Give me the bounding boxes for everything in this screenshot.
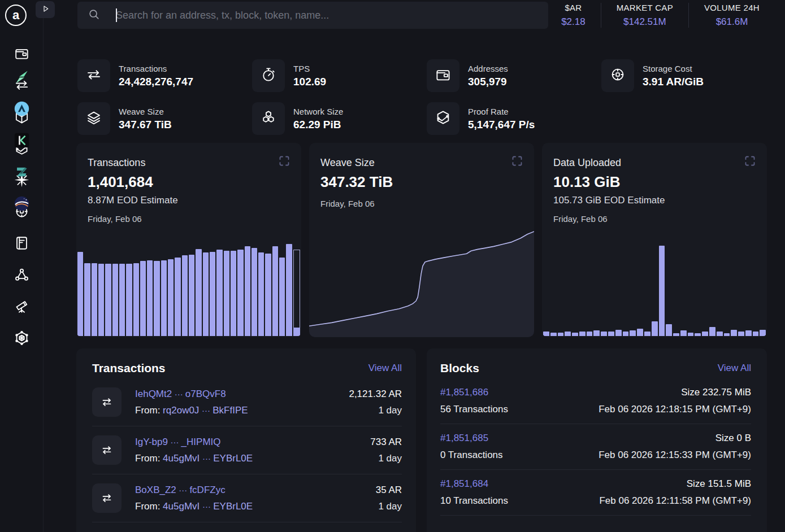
chart-bar xyxy=(119,264,125,336)
cubes-icon xyxy=(260,109,277,128)
chart-bar xyxy=(237,250,243,336)
fullscreen-button[interactable] xyxy=(510,154,524,168)
search-bar[interactable] xyxy=(77,2,548,29)
telescope-icon xyxy=(14,298,30,317)
sidebar-item-telescope[interactable] xyxy=(11,296,33,319)
chart-bar xyxy=(659,246,665,336)
chart-bar xyxy=(126,264,132,336)
card-transactions: Transactions 1,401,6848.87M EOD Estimate… xyxy=(76,143,301,337)
sidebar-app-k-logo[interactable] xyxy=(11,130,33,152)
tx-amount: 35 AR xyxy=(376,485,402,496)
stat-value: 5,147,647 P/s xyxy=(468,119,535,131)
transactions-panel-title: Transactions xyxy=(92,361,166,375)
fullscreen-button[interactable] xyxy=(277,154,291,168)
chart-bar xyxy=(608,332,614,336)
tx-id-link[interactable]: IehQMt2 xyxy=(135,389,172,399)
stat-transactions: Transactions 24,428,276,747 xyxy=(77,59,244,92)
tx-id-link[interactable]: IgY-bp9 xyxy=(135,437,168,447)
transactions-bar-chart xyxy=(77,242,300,336)
from-address-link[interactable]: 4u5gMvI xyxy=(163,453,199,464)
stat-value: 24,428,276,747 xyxy=(119,76,193,88)
sidebar-app-teal-z-logo[interactable] xyxy=(11,162,33,184)
sidebar: a xyxy=(0,0,44,532)
tx-id-link[interactable]: BoXB_Z2 xyxy=(135,485,176,495)
block-number-link[interactable]: #1,851,685 xyxy=(440,433,503,444)
search-input[interactable] xyxy=(100,2,548,29)
graph-nodes-icon xyxy=(14,267,30,285)
chart-bar xyxy=(702,332,708,336)
blocks-panel: Blocks View All #1,851,686 56 Transactio… xyxy=(427,348,767,532)
block-number-link[interactable]: #1,851,686 xyxy=(440,387,508,398)
ticker-value: $142.51M xyxy=(617,16,673,28)
app-k-logo xyxy=(14,132,30,151)
transaction-row: IehQMt2 ··· o7BQvF8 From: rq2ow0J ··· Bk… xyxy=(92,378,402,426)
stat-storage-cost: Storage Cost 3.91 AR/GiB xyxy=(601,59,768,92)
sidebar-item-graph-nodes[interactable] xyxy=(11,264,33,287)
chart-bar xyxy=(601,332,607,336)
from-address-link[interactable]: BkFfIPE xyxy=(212,405,248,416)
sidebar-app-blue-a-logo[interactable] xyxy=(11,98,33,121)
stat-value: 3.91 AR/GiB xyxy=(643,76,704,88)
stat-label: Addresses xyxy=(468,64,508,73)
block-timestamp: Feb 06 2026 12:18:15 PM (GMT+9) xyxy=(598,404,751,415)
chart-bar xyxy=(652,321,658,336)
chart-bar xyxy=(182,255,188,336)
from-address-link[interactable]: 4u5gMvI xyxy=(163,501,199,512)
from-label: From: xyxy=(135,405,163,416)
card-title: Weave Size xyxy=(320,157,534,169)
card-value: 347.32 TiB xyxy=(320,173,534,191)
transactions-view-all-link[interactable]: View All xyxy=(368,363,402,374)
from-address-link[interactable]: rq2ow0J xyxy=(163,405,199,416)
sidebar-item-wallet[interactable] xyxy=(11,43,33,66)
chart-bar xyxy=(717,332,723,336)
sidebar-apps xyxy=(0,67,44,225)
chart-bar xyxy=(753,332,759,336)
blocks-view-all-link[interactable]: View All xyxy=(718,363,751,374)
tx-age: 1 day xyxy=(370,453,402,464)
block-number-link[interactable]: #1,851,684 xyxy=(440,478,508,490)
stat-value: 102.69 xyxy=(293,76,326,88)
layers-icon xyxy=(85,109,102,128)
chart-bar xyxy=(695,333,701,336)
ellipsis-separator: ··· xyxy=(202,405,212,415)
text-caret xyxy=(116,8,117,22)
chart-bar xyxy=(154,261,159,336)
stat-value: 347.67 TiB xyxy=(119,119,172,131)
card-title: Data Uploaded xyxy=(553,157,767,169)
arweave-logo[interactable]: a xyxy=(5,5,27,26)
contract-doc-icon xyxy=(14,235,30,254)
fullscreen-button[interactable] xyxy=(743,154,757,168)
from-address-link[interactable]: EYBrL0E xyxy=(213,453,253,464)
sidebar-app-globe-logo[interactable] xyxy=(11,193,33,216)
card-value: 10.13 GiB xyxy=(553,173,767,191)
block-row: #1,851,685 0 Transactions Size 0 B Feb 0… xyxy=(440,424,751,470)
ticker--ar: $AR $2.18 xyxy=(546,3,601,28)
block-tx-count: 0 Transactions xyxy=(440,450,503,461)
chart-bar xyxy=(688,333,694,336)
chart-bar xyxy=(644,332,650,336)
play-icon xyxy=(41,4,50,16)
sidebar-item-network-hex[interactable] xyxy=(11,328,33,350)
sidebar-expand-button[interactable] xyxy=(36,1,55,18)
tx-id-link[interactable]: fcDFZyc xyxy=(189,485,225,495)
blocks-panel-title: Blocks xyxy=(440,361,479,375)
stat-network-size: Network Size 62.29 PiB xyxy=(252,102,419,135)
stat-icon-tile xyxy=(601,59,634,92)
sidebar-app-flash-logo[interactable] xyxy=(11,67,33,89)
stat-icon-tile xyxy=(427,102,459,135)
transaction-row: BoXB_Z2 ··· fcDFZyc From: 4u5gMvI ··· EY… xyxy=(92,474,402,522)
chart-bar xyxy=(286,244,292,336)
chart-bar xyxy=(579,332,586,336)
tx-id-link[interactable]: _HIPMIQ xyxy=(181,437,221,447)
tx-id-link[interactable]: o7BQvF8 xyxy=(185,389,226,399)
ellipsis-separator: ··· xyxy=(202,502,213,511)
sidebar-item-contract-doc[interactable] xyxy=(11,233,33,255)
ticker-market-cap: MARKET CAP $142.51M xyxy=(601,3,688,28)
chart-bar xyxy=(760,330,766,336)
ellipsis-separator: ··· xyxy=(175,389,185,399)
from-address-link[interactable]: EYBrL0E xyxy=(213,501,253,512)
tx-age: 1 day xyxy=(349,405,402,416)
chart-bar xyxy=(231,251,236,336)
block-tx-count: 56 Transactions xyxy=(440,404,508,415)
chart-bar xyxy=(666,324,672,336)
